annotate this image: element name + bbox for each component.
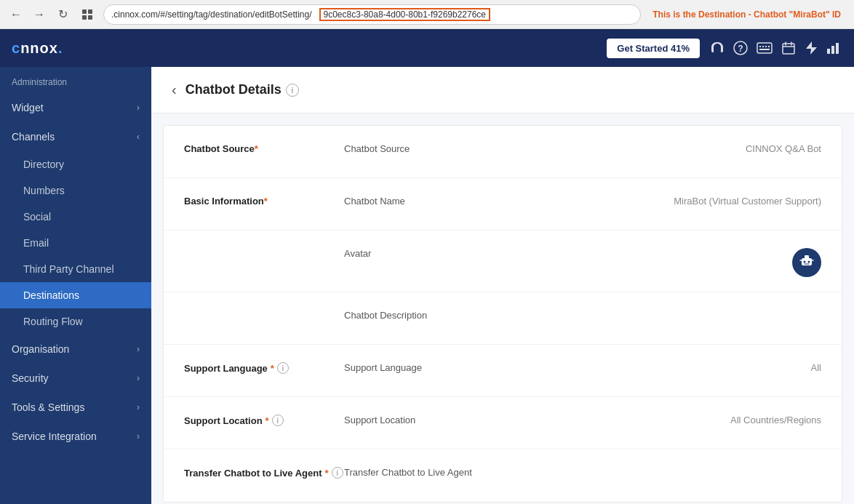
back-nav-button[interactable]: ← [7, 6, 25, 23]
sidebar: Administration Widget › Channels ‹ Direc… [0, 67, 151, 504]
svg-rect-1 [88, 9, 92, 14]
svg-rect-12 [783, 44, 794, 54]
field-label-avatar: Avatar [344, 245, 503, 259]
svg-rect-14 [831, 46, 834, 54]
keyboard-icon-button[interactable] [757, 42, 773, 54]
form-row-support-language: Support Language* i Support Language All [164, 345, 842, 397]
page-title: Chatbot Details i [185, 82, 299, 97]
page-title-info-icon[interactable]: i [286, 84, 299, 97]
sidebar-item-numbers[interactable]: Numbers [0, 177, 151, 204]
chevron-right-icon: › [137, 103, 140, 113]
sidebar-item-tools[interactable]: Tools & Settings › [0, 393, 151, 422]
required-marker-transfer: * [324, 468, 328, 479]
form-container: Chatbot Source* Chatbot Source CINNOX Q&… [163, 125, 842, 503]
section-label-avatar [184, 245, 344, 248]
section-label-support-language: Support Language* i [184, 359, 344, 374]
transfer-chatbot-info-icon[interactable]: i [332, 467, 343, 479]
sidebar-item-widget-label: Widget [12, 102, 44, 113]
sidebar-item-channels[interactable]: Channels ‹ [0, 122, 151, 151]
field-value-description [503, 307, 821, 310]
field-value-transfer [503, 464, 821, 467]
url-highlighted-part: 9c0ec8c3-80a8-4d00-80b1-f9269b2276ce [319, 8, 491, 21]
chevron-right-icon-org: › [137, 344, 140, 354]
chart-icon-button[interactable] [826, 41, 842, 55]
logo: cnnox. [12, 40, 63, 57]
url-bar[interactable]: .cinnox.com/#/setting/tag/destination/ed… [103, 4, 641, 25]
section-label-support-location: Support Location* i [184, 412, 344, 426]
content-header: ‹ Chatbot Details i [151, 67, 854, 113]
field-value-chatbot-source: CINNOX Q&A Bot [503, 140, 821, 154]
headphones-icon-button[interactable] [709, 40, 725, 56]
chevron-right-icon-tools: › [137, 402, 140, 412]
form-row-basic-name: Basic Information* Chatbot Name MiraBot … [164, 178, 842, 231]
field-label-chatbot-name: Chatbot Name [344, 193, 503, 207]
field-value-chatbot-name: MiraBot (Virtual Customer Support) [503, 193, 821, 207]
transfer-chatbot-text: Transfer Chatbot to Live Agent [184, 468, 322, 479]
field-value-avatar [503, 245, 821, 277]
required-marker: * [255, 143, 258, 154]
svg-rect-2 [82, 15, 87, 20]
form-row-avatar: Avatar [164, 231, 842, 292]
svg-rect-13 [827, 49, 830, 54]
sidebar-item-routing-flow[interactable]: Routing Flow [0, 308, 151, 335]
svg-rect-17 [805, 255, 809, 259]
sidebar-item-email[interactable]: Email [0, 230, 151, 256]
back-button[interactable]: ‹ [172, 81, 177, 98]
extension-button[interactable] [77, 4, 97, 25]
logo-c: c [12, 40, 20, 56]
field-label-support-location: Support Location [344, 412, 503, 425]
sidebar-item-widget[interactable]: Widget › [0, 93, 151, 122]
svg-rect-0 [82, 9, 87, 14]
browser-bar: ← → ↻ .cinnox.com/#/setting/tag/destinat… [0, 0, 854, 29]
form-row-support-location: Support Location* i Support Location All… [164, 397, 842, 449]
help-icon-button[interactable]: ? [733, 41, 748, 55]
lightning-icon-button[interactable] [805, 41, 818, 55]
field-label-transfer: Transfer Chatbot to Live Agent [344, 464, 503, 478]
required-marker-basic: * [264, 196, 268, 207]
sidebar-item-security-label: Security [12, 372, 49, 384]
main-area: Administration Widget › Channels ‹ Direc… [0, 67, 854, 504]
sidebar-item-service-integration[interactable]: Service Integration › [0, 422, 151, 451]
section-label-basic-info: Basic Information* [184, 193, 344, 207]
svg-rect-9 [765, 46, 767, 47]
support-location-text: Support Location [184, 415, 263, 426]
sidebar-item-channels-label: Channels [12, 131, 55, 143]
get-started-button[interactable]: Get Started 41% [607, 39, 700, 58]
sidebar-item-social[interactable]: Social [0, 204, 151, 230]
forward-nav-button[interactable]: → [31, 6, 48, 23]
svg-point-19 [808, 260, 810, 263]
section-label-description [184, 307, 344, 310]
support-location-info-icon[interactable]: i [272, 415, 284, 426]
form-row-description: Chatbot Description [164, 292, 842, 345]
url-annotation: This is the Destination - Chatbot "MiraB… [647, 9, 847, 20]
sidebar-item-organisation[interactable]: Organisation › [0, 335, 151, 364]
field-label-support-language: Support Language [344, 359, 503, 373]
sidebar-item-security[interactable]: Security › [0, 364, 151, 393]
svg-rect-11 [759, 49, 770, 50]
svg-text:?: ? [738, 44, 743, 54]
required-marker-lang: * [271, 363, 274, 374]
section-label-chatbot-source: Chatbot Source* [184, 140, 344, 154]
sidebar-item-tools-label: Tools & Settings [12, 401, 84, 413]
sidebar-item-destinations[interactable]: Destinations [0, 282, 151, 308]
field-value-support-language: All [503, 359, 821, 373]
field-value-support-location: All Countries/Regions [503, 412, 821, 425]
sidebar-item-directory[interactable]: Directory [0, 151, 151, 177]
chevron-down-icon: ‹ [137, 132, 140, 142]
sidebar-item-service-label: Service Integration [12, 431, 97, 442]
reload-button[interactable]: ↻ [54, 6, 71, 23]
page-title-text: Chatbot Details [185, 82, 282, 97]
sidebar-item-third-party[interactable]: Third Party Channel [0, 256, 151, 282]
required-marker-loc: * [266, 415, 269, 426]
calendar-icon-button[interactable] [781, 41, 796, 55]
svg-rect-6 [757, 43, 772, 53]
section-label-transfer: Transfer Chatbot to Live Agent* i [184, 464, 344, 479]
svg-rect-10 [768, 46, 770, 47]
support-language-info-icon[interactable]: i [277, 362, 289, 374]
form-row-transfer-chatbot: Transfer Chatbot to Live Agent* i Transf… [164, 449, 842, 502]
svg-rect-8 [762, 46, 764, 47]
sidebar-item-organisation-label: Organisation [12, 343, 69, 355]
top-nav: cnnox. Get Started 41% ? [0, 29, 854, 67]
support-language-header: Support Language* i [184, 362, 344, 374]
field-label-description: Chatbot Description [344, 307, 503, 321]
